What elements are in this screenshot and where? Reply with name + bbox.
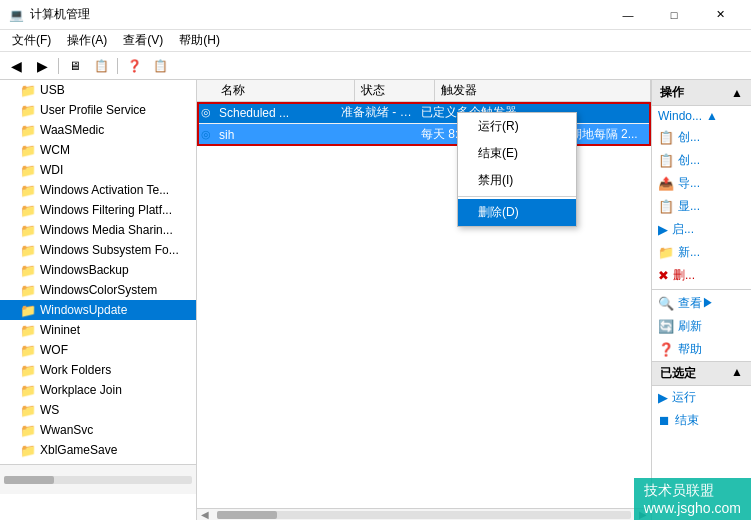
tree-item-ws[interactable]: 📁 WS <box>0 400 196 420</box>
menu-view[interactable]: 查看(V) <box>115 30 171 51</box>
actions-header: 操作 ▲ <box>652 80 751 106</box>
create1-icon: 📋 <box>658 130 674 145</box>
tree-item-windows-media[interactable]: 📁 Windows Media Sharin... <box>0 220 196 240</box>
action-new[interactable]: 📁 新... <box>652 241 751 264</box>
cell-name: Scheduled ... <box>215 106 337 120</box>
actions-section-label: Windo... ▲ <box>652 106 751 126</box>
table-row[interactable]: ◎ Scheduled ... 准备就绪 - 任务... 已定义多个触发器 <box>197 102 651 124</box>
ctx-end[interactable]: 结束(E) <box>458 140 576 167</box>
scrollbar-thumb[interactable] <box>217 511 277 519</box>
help-icon: ❓ <box>658 342 674 357</box>
folder-icon: 📁 <box>20 383 36 398</box>
tree-label: WS <box>40 403 59 417</box>
tree-item-xblgamesave[interactable]: 📁 XblGameSave <box>0 440 196 460</box>
ctx-disable[interactable]: 禁用(I) <box>458 167 576 194</box>
tree-item-windowsupdate[interactable]: 📁 WindowsUpdate <box>0 300 196 320</box>
tree-item-wwansvc[interactable]: 📁 WwanSvc <box>0 420 196 440</box>
context-menu: 运行(R) 结束(E) 禁用(I) 删除(D) <box>457 112 577 227</box>
menu-file[interactable]: 文件(F) <box>4 30 59 51</box>
toolbar-btn4[interactable]: 📋 <box>148 55 172 77</box>
ctx-delete[interactable]: 删除(D) <box>458 199 576 226</box>
left-tree-panel[interactable]: 📁 USB 📁 User Profile Service 📁 WaaSMedic… <box>0 80 197 520</box>
action-label: 导... <box>678 175 700 192</box>
tree-item-windowscolorsystem[interactable]: 📁 WindowsColorSystem <box>0 280 196 300</box>
tree-item-wdi[interactable]: 📁 WDI <box>0 160 196 180</box>
action-create1[interactable]: 📋 创... <box>652 126 751 149</box>
action-create2[interactable]: 📋 创... <box>652 149 751 172</box>
end-icon: ⏹ <box>658 413 671 428</box>
run-icon: ▶ <box>658 390 668 405</box>
menu-help[interactable]: 帮助(H) <box>171 30 228 51</box>
tree-item-windows-activation[interactable]: 📁 Windows Activation Te... <box>0 180 196 200</box>
tree-label: WaaSMedic <box>40 123 104 137</box>
col-header-trigger[interactable]: 触发器 <box>435 80 651 101</box>
horizontal-scrollbar[interactable]: ◀ ▶ <box>197 508 651 520</box>
toolbar-btn3[interactable]: ❓ <box>122 55 146 77</box>
folder-icon: 📁 <box>20 243 36 258</box>
tree-item-windowsbackup[interactable]: 📁 WindowsBackup <box>0 260 196 280</box>
tree-label: WDI <box>40 163 63 177</box>
action-delete[interactable]: ✖ 删... <box>652 264 751 287</box>
folder-icon: 📁 <box>20 303 36 318</box>
folder-icon: 📁 <box>20 423 36 438</box>
action-start[interactable]: ▶ 启... <box>652 218 751 241</box>
tree-label: USB <box>40 83 65 97</box>
col-header-name[interactable]: 名称 <box>215 80 355 101</box>
tree-label: Windows Media Sharin... <box>40 223 173 237</box>
action-run[interactable]: ▶ 运行 <box>652 386 751 409</box>
view-icon: 🔍 <box>658 296 674 311</box>
action-view[interactable]: 🔍 查看▶ <box>652 292 751 315</box>
delete-icon: ✖ <box>658 268 669 283</box>
tree-item-wininet[interactable]: 📁 Wininet <box>0 320 196 340</box>
action-end[interactable]: ⏹ 结束 <box>652 409 751 432</box>
folder-icon: 📁 <box>20 143 36 158</box>
ctx-run[interactable]: 运行(R) <box>458 113 576 140</box>
folder-icon: 📁 <box>20 183 36 198</box>
ctx-separator <box>458 196 576 197</box>
actions-sep1 <box>652 289 751 290</box>
tree-item-work-folders[interactable]: 📁 Work Folders <box>0 360 196 380</box>
toolbar-btn2[interactable]: 📋 <box>89 55 113 77</box>
minimize-button[interactable]: — <box>605 0 651 30</box>
tree-item-windows-subsystem[interactable]: 📁 Windows Subsystem Fo... <box>0 240 196 260</box>
col-header-status[interactable]: 状态 <box>355 80 435 101</box>
tree-item-workplace-join[interactable]: 📁 Workplace Join <box>0 380 196 400</box>
tree-label: Work Folders <box>40 363 111 377</box>
new-icon: 📁 <box>658 245 674 260</box>
folder-icon: 📁 <box>20 163 36 178</box>
action-label: 显... <box>678 198 700 215</box>
watermark: 技术员联盟 www.jsgho.com <box>634 478 751 520</box>
toolbar-sep1 <box>58 58 59 74</box>
tree-item-usb[interactable]: 📁 USB <box>0 80 196 100</box>
app-icon: 💻 <box>8 7 24 23</box>
tree-item-waasmedic[interactable]: 📁 WaaSMedic <box>0 120 196 140</box>
folder-icon: 📁 <box>20 283 36 298</box>
action-display[interactable]: 📋 显... <box>652 195 751 218</box>
action-label: 创... <box>678 129 700 146</box>
table-row[interactable]: ◎ sih 每天 8:00 时 - 触发定，无限期地每隔 2... <box>197 124 651 146</box>
tree-item-wcm[interactable]: 📁 WCM <box>0 140 196 160</box>
tree-label: Windows Activation Te... <box>40 183 169 197</box>
actions-section1-title: Windo... <box>658 109 702 123</box>
actions-expand-icon: ▲ <box>731 86 743 100</box>
toolbar-forward[interactable]: ▶ <box>30 55 54 77</box>
actions-section2-header: 已选定 ▲ <box>652 361 751 386</box>
close-button[interactable]: ✕ <box>697 0 743 30</box>
menu-action[interactable]: 操作(A) <box>59 30 115 51</box>
row-icon: ◎ <box>197 124 215 146</box>
action-help[interactable]: ❓ 帮助 <box>652 338 751 361</box>
tree-item-windows-filtering[interactable]: 📁 Windows Filtering Platf... <box>0 200 196 220</box>
folder-icon: 📁 <box>20 203 36 218</box>
folder-icon: 📁 <box>20 223 36 238</box>
toolbar: ◀ ▶ 🖥 📋 ❓ 📋 <box>0 52 751 80</box>
window-title: 计算机管理 <box>30 6 605 23</box>
action-refresh[interactable]: 🔄 刷新 <box>652 315 751 338</box>
cell-status: 准备就绪 - 任务... <box>337 104 417 121</box>
toolbar-btn1[interactable]: 🖥 <box>63 55 87 77</box>
maximize-button[interactable]: □ <box>651 0 697 30</box>
tree-item-user-profile[interactable]: 📁 User Profile Service <box>0 100 196 120</box>
toolbar-back[interactable]: ◀ <box>4 55 28 77</box>
tree-item-wof[interactable]: 📁 WOF <box>0 340 196 360</box>
cell-name: sih <box>215 128 337 142</box>
action-export[interactable]: 📤 导... <box>652 172 751 195</box>
